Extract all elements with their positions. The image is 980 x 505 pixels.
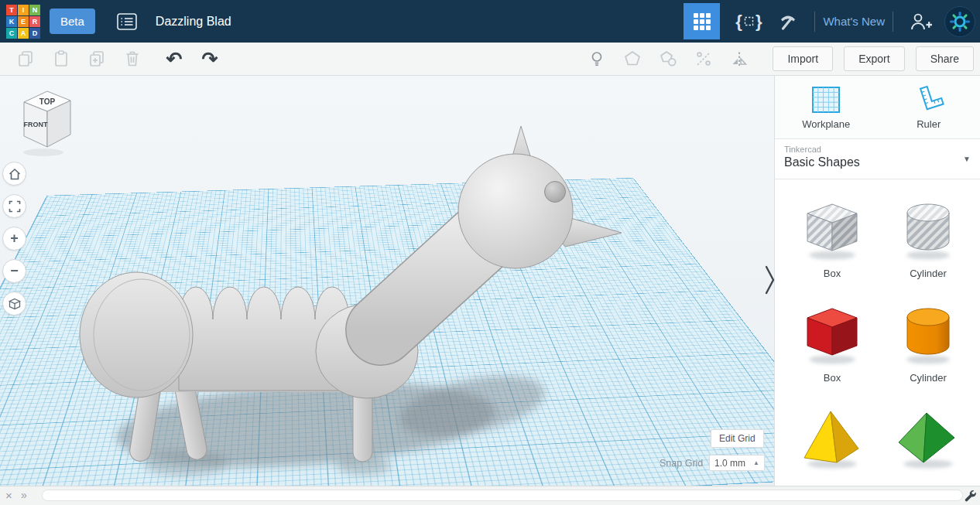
user-avatar[interactable]: [944, 6, 975, 37]
gear-avatar-icon: [950, 12, 970, 32]
design-title[interactable]: Dazzling Blad: [156, 15, 231, 29]
bottom-bar: × »: [0, 486, 980, 505]
paste-icon[interactable]: [52, 49, 70, 68]
add-user-icon[interactable]: [909, 12, 934, 32]
action-toolbar: ↶ ↷: [0, 43, 980, 76]
share-button[interactable]: Share: [916, 46, 974, 71]
codeblocks-icon[interactable]: { }: [735, 12, 762, 32]
perspective-toggle-button[interactable]: [2, 292, 26, 316]
expand-chevrons-icon[interactable]: »: [21, 489, 27, 501]
shape-item-cylinder-orange[interactable]: Cylinder: [893, 298, 964, 384]
shape-grid: Box Cylinder: [775, 179, 980, 488]
wrench-icon[interactable]: [963, 488, 978, 505]
view-cube[interactable]: TOP FRONT: [19, 84, 76, 160]
tinkercad-logo[interactable]: T I N K E R C A D: [6, 5, 40, 39]
snap-grid-dropdown[interactable]: 1.0 mm ▲: [709, 455, 765, 471]
divider: [814, 12, 815, 32]
home-view-button[interactable]: [2, 162, 26, 186]
beta-badge[interactable]: Beta: [50, 9, 95, 34]
panel-tools: Workplane Ruler: [775, 75, 980, 139]
shape-item-box-red[interactable]: Box: [797, 298, 868, 384]
horizontal-scrollbar[interactable]: [42, 490, 963, 501]
view-cube-front-label: FRONT: [24, 121, 48, 128]
library-name: Basic Shapes: [784, 155, 971, 169]
home-icon: [8, 167, 22, 181]
edit-tools: ↶ ↷: [0, 49, 228, 68]
shape-item-roof-green[interactable]: [893, 402, 964, 488]
undo-button[interactable]: ↶: [165, 49, 183, 68]
fit-view-icon: [8, 200, 22, 213]
shape-item-pyramid-yellow[interactable]: [797, 402, 868, 488]
tinkercad-app: T I N K E R C A D Beta Dazzling Blad: [0, 0, 980, 505]
3d-viewport[interactable]: TOP FRONT + − Edit Grid Sn: [0, 75, 774, 486]
mirror-icon[interactable]: [730, 49, 749, 68]
caret-up-icon: ▲: [753, 459, 759, 466]
collapse-panel-button[interactable]: [765, 264, 776, 299]
align-icon[interactable]: [694, 49, 713, 68]
workplane-tool[interactable]: Workplane: [775, 75, 878, 138]
model-eye: [545, 182, 566, 203]
copy-icon[interactable]: [16, 49, 35, 68]
zoom-in-button[interactable]: +: [2, 227, 26, 251]
library-brand: Tinkercad: [784, 145, 971, 154]
duplicate-icon[interactable]: [87, 49, 106, 68]
edit-grid-button[interactable]: Edit Grid: [711, 429, 764, 448]
lightbulb-icon[interactable]: [588, 49, 606, 68]
grid-icon: [694, 13, 711, 30]
close-icon[interactable]: ×: [5, 489, 12, 502]
whats-new-link[interactable]: What's New: [823, 15, 885, 28]
ruler-tool-label: Ruler: [917, 118, 941, 130]
caret-down-icon: ▼: [963, 155, 971, 163]
divider: [893, 12, 893, 32]
ruler-icon: [913, 84, 945, 116]
workplane-tool-label: Workplane: [802, 118, 850, 130]
dashboard-grid-button[interactable]: [684, 3, 720, 39]
model-head: [458, 154, 573, 268]
fit-view-button[interactable]: [2, 194, 26, 218]
redo-button[interactable]: ↷: [200, 49, 219, 68]
top-bar: T I N K E R C A D Beta Dazzling Blad: [0, 0, 980, 43]
zoom-out-button[interactable]: −: [2, 259, 26, 283]
ungroup-icon[interactable]: [659, 49, 677, 68]
shape-library-dropdown[interactable]: Tinkercad Basic Shapes ▼: [775, 139, 980, 179]
topbar-right-cluster: { } What's New: [684, 0, 980, 43]
arrange-tools: Import Export Share: [579, 46, 980, 71]
minecraft-pickaxe-icon[interactable]: [777, 11, 799, 32]
shape-item-box-hole[interactable]: Box: [797, 193, 868, 279]
shapes-panel: Workplane Ruler Tinkercad: [774, 75, 980, 486]
view-cube-top-label: TOP: [39, 97, 56, 106]
design-properties-icon[interactable]: [117, 13, 137, 30]
import-button[interactable]: Import: [773, 46, 833, 71]
shape-item-cylinder-hole[interactable]: Cylinder: [893, 193, 964, 279]
workplane-icon: [810, 84, 842, 116]
group-icon[interactable]: [623, 49, 642, 68]
delete-icon[interactable]: [123, 49, 142, 68]
model-dog[interactable]: [0, 75, 774, 486]
perspective-cube-icon: [8, 297, 22, 311]
export-button[interactable]: Export: [844, 46, 904, 71]
ruler-tool[interactable]: Ruler: [878, 75, 980, 138]
snap-grid-label: Snap Grid: [660, 458, 703, 469]
